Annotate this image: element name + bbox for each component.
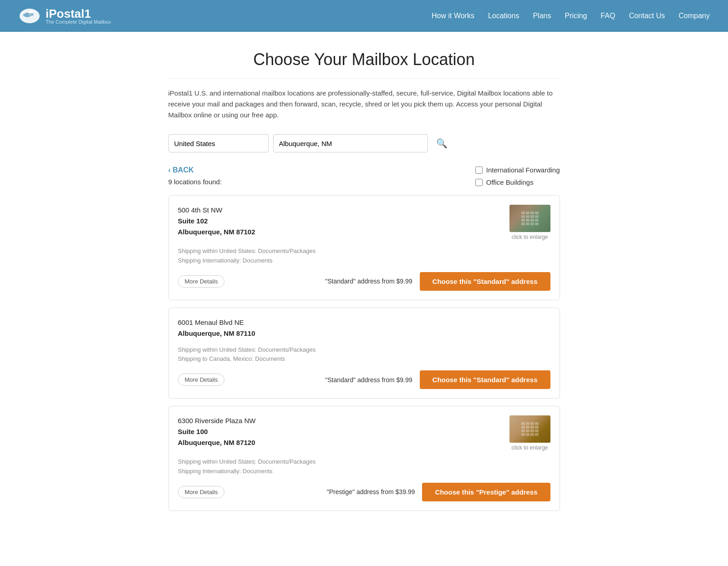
international-forwarding-filter[interactable]: International Forwarding: [475, 166, 560, 174]
office-buildings-filter[interactable]: Office Buildings: [475, 178, 560, 186]
location-card-2: 6001 Menaul Blvd NE Albuquerque, NM 8711…: [168, 308, 560, 399]
nav-plans[interactable]: Plans: [533, 12, 551, 20]
logo-text: iPostal1: [46, 8, 111, 20]
card-3-footer: More Details "Prestige" address from $39…: [178, 483, 550, 501]
card-1-more-details[interactable]: More Details: [178, 275, 225, 288]
card-3-street: 6300 Riverside Plaza NW: [178, 415, 256, 426]
nav-contact-us[interactable]: Contact Us: [629, 12, 665, 20]
search-bar: 🔍: [168, 134, 560, 152]
nav-how-it-works[interactable]: How it Works: [432, 12, 474, 20]
main-nav: How it Works Locations Plans Pricing FAQ…: [432, 12, 710, 20]
card-3-image-area[interactable]: click to enlarge: [509, 415, 550, 451]
card-1-shipping-2: Shipping Internationally: Documents: [178, 256, 550, 266]
card-2-price: "Standard" address from $9.99: [325, 376, 412, 384]
card-3-shipping-1: Shipping within United States: Documents…: [178, 457, 550, 467]
nav-locations[interactable]: Locations: [488, 12, 519, 20]
card-1-image[interactable]: [509, 205, 550, 232]
card-3-price: "Prestige" address from $39.99: [327, 488, 415, 495]
card-1-top: 500 4th St NW Suite 102 Albuquerque, NM …: [178, 205, 550, 240]
card-1-shipping-1: Shipping within United States: Documents…: [178, 247, 550, 256]
card-2-street: 6001 Menaul Blvd NE: [178, 317, 255, 328]
card-3-choose-button[interactable]: Choose this "Prestige" address: [422, 483, 550, 501]
card-3-more-details[interactable]: More Details: [178, 486, 225, 498]
locations-found: 9 locations found:: [168, 178, 222, 186]
office-buildings-checkbox[interactable]: [475, 179, 483, 186]
card-2-top: 6001 Menaul Blvd NE Albuquerque, NM 8711…: [178, 317, 550, 339]
international-forwarding-checkbox[interactable]: [475, 167, 483, 174]
card-1-suite: Suite 102: [178, 216, 255, 227]
card-2-shipping-2: Shipping to Canada, Mexico: Documents: [178, 354, 550, 364]
office-buildings-label: Office Buildings: [486, 178, 534, 186]
card-3-shipping-2: Shipping Internationally: Documents: [178, 467, 550, 476]
nav-company[interactable]: Company: [679, 12, 710, 20]
main-content: Choose Your Mailbox Location iPostal1 U.…: [159, 32, 569, 536]
card-1-actions: "Standard" address from $9.99 Choose thi…: [325, 272, 550, 291]
card-2-choose-button[interactable]: Choose this "Standard" address: [420, 370, 550, 389]
search-icon: 🔍: [436, 138, 448, 148]
city-input[interactable]: [273, 134, 428, 152]
card-2-shipping: Shipping within United States: Documents…: [178, 345, 550, 364]
building-image-1: [509, 205, 550, 232]
filter-checkboxes: International Forwarding Office Building…: [475, 166, 560, 186]
page-description: iPostal1 U.S. and international mailbox …: [168, 78, 560, 121]
location-card-1: 500 4th St NW Suite 102 Albuquerque, NM …: [168, 195, 560, 300]
page-title: Choose Your Mailbox Location: [168, 50, 560, 69]
card-3-image[interactable]: [509, 415, 550, 443]
logo[interactable]: iPostal1 The Complete Digital Mailbox: [18, 7, 111, 25]
back-link[interactable]: ‹ BACK: [168, 166, 222, 174]
search-button[interactable]: 🔍: [433, 136, 451, 151]
building-image-3: [509, 415, 550, 443]
card-3-city: Albuquerque, NM 87120: [178, 437, 256, 448]
card-3-shipping: Shipping within United States: Documents…: [178, 457, 550, 476]
logo-subtitle: The Complete Digital Mailbox: [46, 20, 111, 25]
card-1-shipping: Shipping within United States: Documents…: [178, 247, 550, 266]
card-3-address: 6300 Riverside Plaza NW Suite 100 Albuqu…: [178, 415, 256, 448]
card-1-image-area[interactable]: click to enlarge: [509, 205, 550, 240]
location-card-3: 6300 Riverside Plaza NW Suite 100 Albuqu…: [168, 406, 560, 511]
card-2-city: Albuquerque, NM 87110: [178, 328, 255, 339]
card-1-choose-button[interactable]: Choose this "Standard" address: [420, 272, 550, 291]
card-1-city: Albuquerque, NM 87102: [178, 227, 255, 238]
building-windows-3: [521, 422, 539, 436]
card-3-suite: Suite 100: [178, 426, 256, 437]
card-3-enlarge[interactable]: click to enlarge: [511, 445, 548, 451]
card-2-more-details[interactable]: More Details: [178, 374, 225, 386]
card-1-enlarge[interactable]: click to enlarge: [511, 234, 548, 240]
filter-row: ‹ BACK 9 locations found: International …: [168, 166, 560, 186]
card-3-actions: "Prestige" address from $39.99 Choose th…: [327, 483, 550, 501]
card-1-footer: More Details "Standard" address from $9.…: [178, 272, 550, 291]
card-2-actions: "Standard" address from $9.99 Choose thi…: [325, 370, 550, 389]
card-2-footer: More Details "Standard" address from $9.…: [178, 370, 550, 389]
card-1-price: "Standard" address from $9.99: [325, 278, 412, 285]
card-2-address: 6001 Menaul Blvd NE Albuquerque, NM 8711…: [178, 317, 255, 339]
country-input[interactable]: [168, 134, 269, 152]
site-header: iPostal1 The Complete Digital Mailbox Ho…: [0, 0, 728, 32]
building-windows: [521, 212, 539, 225]
international-forwarding-label: International Forwarding: [486, 166, 560, 174]
card-3-top: 6300 Riverside Plaza NW Suite 100 Albuqu…: [178, 415, 550, 451]
card-1-street: 500 4th St NW: [178, 205, 255, 216]
logo-icon: [18, 7, 41, 25]
nav-pricing[interactable]: Pricing: [565, 12, 587, 20]
card-1-address: 500 4th St NW Suite 102 Albuquerque, NM …: [178, 205, 255, 238]
nav-faq[interactable]: FAQ: [601, 12, 615, 20]
back-area: ‹ BACK 9 locations found:: [168, 166, 222, 186]
card-2-shipping-1: Shipping within United States: Documents…: [178, 345, 550, 355]
